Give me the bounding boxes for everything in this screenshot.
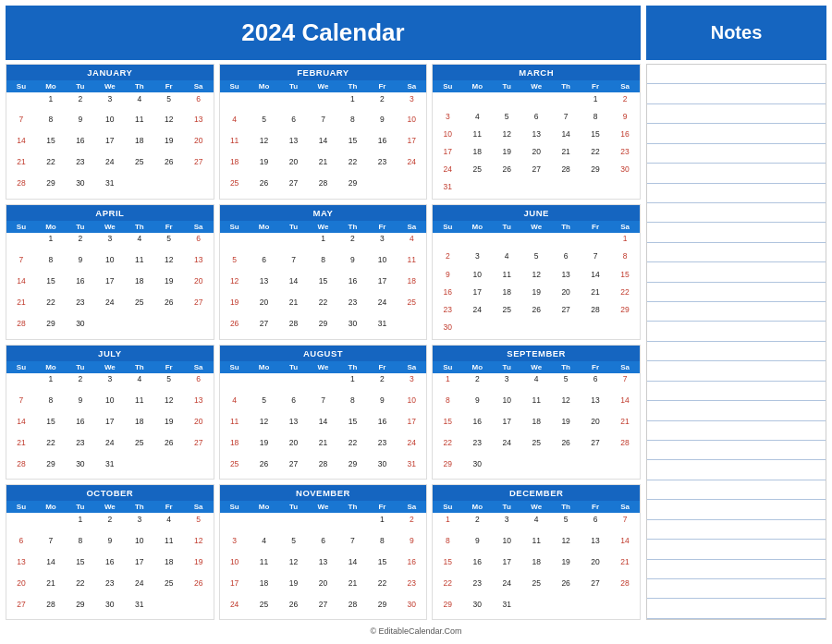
day-cell: 24	[95, 297, 125, 318]
day-cell: 17	[397, 135, 426, 156]
day-cell	[154, 457, 184, 479]
day-cell: 21	[610, 415, 640, 436]
day-header: Fr	[581, 221, 610, 233]
day-cell: 15	[36, 415, 66, 436]
day-header: Th	[125, 80, 154, 92]
day-cell: 23	[95, 577, 125, 598]
day-cell: 17	[95, 135, 125, 156]
day-cell: 30	[66, 318, 95, 339]
day-cell: 15	[36, 135, 66, 156]
days-grid: 1234567891011121314151617181920212223242…	[6, 92, 214, 199]
day-header: Sa	[184, 80, 214, 92]
day-cell: 4	[521, 373, 551, 395]
day-header: Sa	[610, 80, 640, 92]
day-cell: 9	[66, 394, 95, 415]
day-cell: 10	[220, 555, 250, 577]
day-header: Su	[6, 361, 36, 373]
day-cell: 22	[581, 145, 610, 163]
day-header: Su	[220, 361, 250, 373]
day-cell: 18	[521, 555, 551, 577]
day-cell: 18	[125, 415, 154, 436]
day-cell: 6	[521, 110, 551, 128]
day-cell: 26	[279, 598, 309, 619]
day-header: Th	[125, 221, 154, 233]
day-cell: 15	[309, 275, 338, 297]
day-cell: 17	[492, 415, 521, 436]
day-cell: 20	[551, 286, 581, 303]
day-cell: 10	[492, 534, 521, 555]
day-cell: 9	[462, 534, 492, 555]
day-header: Tu	[66, 361, 95, 373]
day-cell: 22	[433, 577, 462, 598]
month-block-june: JUNESuMoTuWeThFrSa1234567891011121314151…	[432, 204, 641, 340]
day-cell: 9	[610, 110, 640, 128]
day-cell: 21	[309, 436, 338, 457]
notes-line	[647, 223, 826, 242]
day-cell: 16	[462, 415, 492, 436]
notes-line	[647, 124, 826, 143]
day-cell: 20	[309, 577, 338, 598]
day-cell: 12	[154, 114, 184, 135]
day-cell: 21	[6, 436, 36, 457]
day-cell: 12	[521, 268, 551, 286]
day-cell: 5	[154, 92, 184, 114]
day-cell	[154, 598, 184, 619]
day-cell: 10	[367, 254, 397, 275]
day-cell: 21	[337, 577, 367, 598]
day-cell: 23	[66, 156, 95, 177]
day-cell	[36, 513, 66, 534]
day-cell	[551, 181, 581, 199]
day-cell: 13	[309, 555, 338, 577]
day-cell: 20	[184, 275, 214, 297]
day-cell: 6	[279, 114, 309, 135]
day-cell	[581, 181, 610, 199]
day-cell: 3	[95, 92, 125, 114]
day-cell: 23	[66, 436, 95, 457]
day-cell: 24	[95, 156, 125, 177]
notes-line	[647, 283, 826, 302]
day-cell	[581, 598, 610, 619]
day-cell: 9	[433, 268, 462, 286]
day-cell: 15	[337, 415, 367, 436]
day-cell: 2	[433, 250, 462, 268]
day-cell: 4	[462, 110, 492, 128]
day-cell	[551, 598, 581, 619]
day-cell: 19	[551, 555, 581, 577]
day-cell: 4	[125, 233, 154, 254]
day-cell: 14	[610, 394, 640, 415]
day-cell: 25	[125, 297, 154, 318]
day-header: Fr	[154, 501, 184, 513]
day-cell: 21	[6, 156, 36, 177]
day-cell: 8	[433, 394, 462, 415]
day-cell: 14	[6, 415, 36, 436]
day-header: Tu	[492, 80, 521, 92]
day-cell: 1	[36, 233, 66, 254]
notes-line	[647, 243, 826, 262]
day-cell: 19	[250, 436, 279, 457]
day-cell: 7	[610, 373, 640, 395]
day-cell	[6, 513, 36, 534]
day-header: Th	[125, 501, 154, 513]
day-cell: 1	[610, 233, 640, 250]
day-cell: 7	[309, 394, 338, 415]
day-cell: 15	[610, 268, 640, 286]
notes-line	[647, 460, 826, 480]
day-headers: SuMoTuWeThFrSa	[433, 501, 640, 513]
day-cell	[521, 457, 551, 479]
day-cell	[521, 92, 551, 110]
notes-line	[647, 480, 826, 500]
day-cell: 31	[95, 177, 125, 199]
day-header: Mo	[36, 361, 66, 373]
day-cell: 18	[250, 577, 279, 598]
month-block-january: JANUARYSuMoTuWeThFrSa1234567891011121314…	[6, 64, 214, 200]
day-cell: 28	[337, 598, 367, 619]
day-headers: SuMoTuWeThFrSa	[433, 221, 640, 233]
day-cell: 14	[551, 128, 581, 145]
day-cell: 21	[610, 555, 640, 577]
day-cell: 29	[309, 318, 338, 339]
day-cell: 26	[184, 577, 214, 598]
days-grid: 1234567891011121314151617181920212223242…	[433, 513, 640, 619]
day-header: Mo	[250, 501, 279, 513]
day-cell: 7	[6, 114, 36, 135]
day-cell: 6	[6, 534, 36, 555]
